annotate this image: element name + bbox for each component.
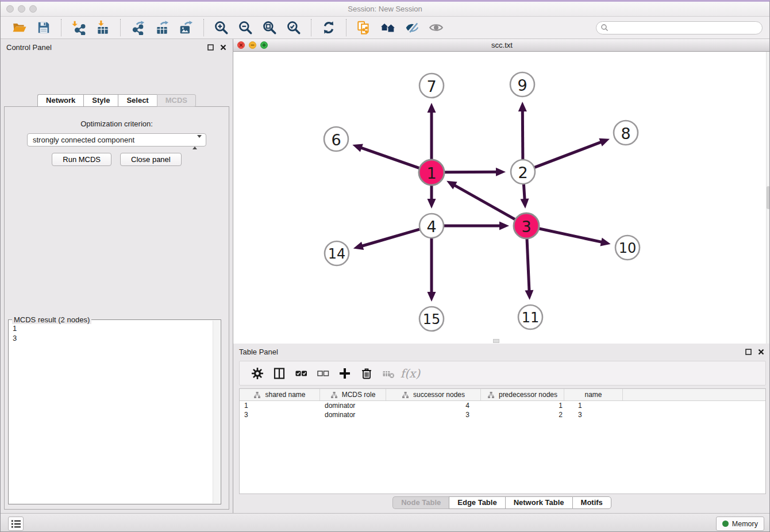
zoom-fit-icon: [262, 20, 277, 35]
column-header-shared-name[interactable]: shared name: [240, 389, 320, 400]
network-horizontal-scroll-thumb[interactable]: [493, 339, 499, 343]
zoom-fit-button[interactable]: [260, 19, 279, 36]
graph-edge-2-3[interactable]: [521, 184, 529, 209]
open-session-button[interactable]: [10, 19, 29, 36]
tab-mcds[interactable]: MCDS: [157, 94, 196, 107]
clone-network-button[interactable]: [355, 19, 373, 36]
node-label: 9: [517, 76, 527, 94]
close-panel-button[interactable]: Close panel: [120, 153, 182, 166]
tab-edge-table[interactable]: Edge Table: [449, 496, 505, 509]
graph-edge-1-2[interactable]: [444, 168, 506, 176]
table-cell: 2: [481, 410, 564, 419]
zoom-out-button[interactable]: [236, 19, 255, 36]
graph-edge-4-14[interactable]: [353, 229, 420, 250]
import-table-button[interactable]: [94, 19, 112, 36]
column-header-MCDS-role[interactable]: MCDS role: [320, 389, 386, 400]
table-cell: dominator: [320, 401, 386, 410]
node-label: 3: [521, 218, 531, 236]
tab-network-table[interactable]: Network Table: [505, 496, 572, 509]
graph-edge-1-7[interactable]: [428, 103, 436, 160]
column-header-name[interactable]: name: [564, 389, 623, 400]
table-cell: 3: [386, 410, 481, 419]
toggle-column-button[interactable]: [270, 365, 289, 382]
export-network-button[interactable]: [129, 19, 147, 36]
create-column-button[interactable]: [335, 365, 355, 382]
import-network-button[interactable]: [70, 19, 88, 36]
save-session-button[interactable]: [34, 19, 53, 36]
zoom-selected-icon: [286, 20, 301, 35]
table-toolbar: f(x): [239, 361, 766, 385]
task-history-button[interactable]: [8, 516, 24, 531]
column-header-predecessor-nodes[interactable]: predecessor nodes: [481, 389, 564, 400]
search-input[interactable]: [596, 21, 763, 34]
float-table-panel-icon[interactable]: [744, 348, 752, 356]
graph-node-2[interactable]: 2: [511, 160, 535, 184]
table-cell: 3: [564, 410, 623, 419]
graph-node-10[interactable]: 10: [615, 236, 640, 260]
show-all-networks-button[interactable]: [379, 19, 397, 36]
table-row[interactable]: 1dominator411: [240, 401, 765, 410]
tab-select[interactable]: Select: [118, 94, 156, 107]
graph-edge-2-9[interactable]: [518, 102, 527, 160]
graph-edge-3-1[interactable]: [446, 181, 516, 220]
graph-edge-1-6[interactable]: [352, 144, 420, 168]
show-selected-icon: [429, 20, 444, 35]
export-table-button[interactable]: [153, 19, 171, 36]
zoom-in-button[interactable]: [212, 19, 230, 36]
delete-column-icon: [360, 367, 374, 380]
network-vertical-scrollbar[interactable]: [766, 52, 770, 344]
column-header-successor-nodes[interactable]: successor nodes: [386, 389, 481, 400]
close-panel-icon[interactable]: [219, 43, 227, 51]
zoom-out-icon: [238, 20, 253, 35]
optimization-criterion-select[interactable]: strongly connected component: [27, 133, 206, 147]
network-window-titlebar: scc.txt: [233, 39, 770, 52]
graph-edge-2-8[interactable]: [534, 138, 610, 168]
graph-node-4[interactable]: 4: [419, 214, 444, 238]
run-mcds-button[interactable]: Run MCDS: [52, 153, 111, 166]
delete-table-icon: [382, 367, 395, 380]
tab-style[interactable]: Style: [83, 94, 118, 107]
zoom-in-icon: [214, 20, 229, 35]
graph-edge-3-11[interactable]: [525, 238, 533, 300]
select-all-rows-button[interactable]: [291, 365, 311, 382]
network-canvas[interactable]: 7968124314101511: [233, 52, 770, 344]
memory-button[interactable]: Memory: [716, 516, 764, 531]
mcds-result-node: 1: [13, 323, 221, 333]
tab-motifs[interactable]: Motifs: [572, 496, 611, 509]
node-label: 6: [331, 131, 341, 149]
close-table-panel-icon[interactable]: [757, 348, 765, 356]
delete-column-button[interactable]: [357, 365, 376, 382]
hide-selected-button[interactable]: [403, 19, 421, 36]
graph-node-14[interactable]: 14: [325, 241, 349, 265]
graph-edge-4-15[interactable]: [428, 238, 436, 302]
zoom-selected-button[interactable]: [284, 19, 303, 36]
graph-edge-4-3[interactable]: [444, 222, 509, 230]
clone-network-icon: [356, 20, 371, 35]
graph-node-3[interactable]: 3: [514, 213, 539, 238]
export-image-button[interactable]: [177, 19, 195, 36]
graph-node-8[interactable]: 8: [614, 121, 638, 145]
toolbar-separator: [311, 19, 311, 36]
graph-node-11[interactable]: 11: [518, 305, 542, 329]
apply-layout-button[interactable]: [319, 19, 338, 36]
toolbar-separator: [203, 19, 204, 36]
tab-network[interactable]: Network: [37, 94, 83, 107]
tab-node-table[interactable]: Node Table: [392, 496, 449, 509]
graph-edge-1-4[interactable]: [428, 184, 436, 209]
graph-node-1[interactable]: 1: [419, 160, 444, 185]
result-scrollbar[interactable]: [213, 321, 220, 503]
graph-node-7[interactable]: 7: [419, 74, 444, 98]
graph-node-6[interactable]: 6: [324, 127, 348, 151]
table-row[interactable]: 3dominator323: [240, 410, 765, 419]
graph-node-15[interactable]: 15: [419, 307, 444, 331]
graph-node-9[interactable]: 9: [510, 72, 534, 97]
node-label: 7: [426, 78, 436, 95]
graph-edge-3-10[interactable]: [538, 228, 611, 246]
control-panel-title: Control Panel: [6, 43, 52, 52]
export-image-icon: [179, 20, 194, 35]
table-settings-gear-button[interactable]: [248, 365, 267, 382]
deselect-all-rows-button[interactable]: [313, 365, 333, 382]
node-label: 11: [522, 310, 540, 326]
float-panel-icon[interactable]: [206, 43, 214, 51]
mcds-panel: Optimization criterion: strongly connect…: [4, 106, 229, 510]
